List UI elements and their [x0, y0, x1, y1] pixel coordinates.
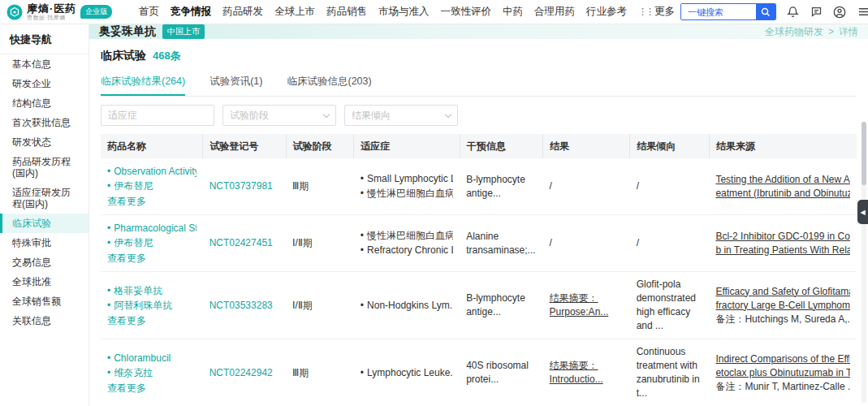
source-title-link[interactable]: Testing the Addition of a New Anti-c...: [715, 173, 850, 187]
source-note: 备注：Munir T, Martinez-Calle ...|文...: [715, 380, 850, 394]
drug-link[interactable]: 维奈克拉: [114, 366, 153, 380]
bullet-icon: •: [107, 165, 110, 179]
sidebar-item[interactable]: 特殊审批: [0, 233, 89, 253]
collapse-panel-handle[interactable]: ◀: [857, 200, 868, 224]
view-more-link[interactable]: 查看更多: [107, 195, 146, 209]
filter-select[interactable]: 试验阶段: [222, 105, 336, 126]
result-summary-link[interactable]: 结果摘要：Introductio...: [550, 360, 603, 385]
sidebar-item[interactable]: 结构信息: [0, 93, 89, 113]
source-title-link[interactable]: Bcl-2 Inhibitor GDC-0199 in Combina...: [715, 230, 850, 244]
indication-line: •Lymphocytic Leuke...: [361, 366, 453, 380]
nav-item[interactable]: 药品销售: [326, 5, 367, 19]
sidebar-item[interactable]: 首次获批信息: [0, 113, 89, 132]
tab[interactable]: 临床试验结果(264): [101, 68, 185, 96]
drug-link[interactable]: 伊布替尼: [114, 179, 153, 193]
nav-item[interactable]: 市场与准入: [378, 5, 430, 19]
bullet-icon: •: [107, 222, 110, 235]
view-more-link[interactable]: 查看更多: [107, 314, 146, 328]
bullet-icon: •: [361, 172, 364, 186]
trial-registry-link[interactable]: NCT03737981: [209, 180, 273, 192]
tendency-text: /: [637, 180, 639, 192]
nav-item[interactable]: 首页: [139, 5, 159, 19]
drug-line: •Observation Activity: [107, 165, 196, 179]
search-button[interactable]: [756, 3, 775, 20]
column-header: 适应症: [354, 134, 460, 158]
trial-registry-link[interactable]: NCT02242942: [209, 367, 273, 378]
sidebar-item[interactable]: 基本信息: [0, 54, 89, 74]
source-title-link[interactable]: b in Treating Patients With Relapsed...: [715, 244, 850, 257]
logo[interactable]: 摩熵·医药 查数据·找摩熵 企业版: [6, 3, 128, 20]
nav-item[interactable]: 药品研发: [222, 5, 263, 19]
sidebar-item[interactable]: 研发状态: [0, 132, 89, 152]
sidebar-title: 快捷导航: [0, 24, 89, 54]
vertical-scrollbar[interactable]: [862, 122, 866, 403]
sidebar-item[interactable]: 适应症研发历程(国内): [0, 183, 89, 214]
source-title-link[interactable]: Indirect Comparisons of the Efficacy a..…: [715, 352, 850, 366]
nav-item-label: 更多: [654, 5, 675, 19]
drug-link[interactable]: Chlorambucil: [114, 352, 171, 365]
nav-item[interactable]: 中药: [503, 5, 523, 19]
trial-registry-link[interactable]: NCT02427451: [209, 237, 273, 248]
notifications-button[interactable]: [785, 5, 800, 19]
apps-menu-button[interactable]: [856, 5, 868, 19]
nav-item-label: 药品销售: [326, 5, 367, 19]
cell-registry-no: NCT02242942: [203, 339, 286, 406]
nav-item-label: 合理用药: [534, 5, 575, 19]
table-row: •Observation Activity•伊布替尼查看更多NCT0373798…: [101, 158, 857, 215]
drug-link[interactable]: Observation Activity: [114, 165, 196, 179]
view-more-link[interactable]: 查看更多: [107, 382, 146, 395]
topnav-menu: 首页竞争情报药品研发全球上市药品销售市场与准入一致性评价中药合理用药行业参考⋮⋮…: [133, 5, 680, 19]
table-row: •Chlorambucil•维奈克拉查看更多NCT02242942Ⅲ期•Lymp…: [101, 339, 857, 406]
sidebar-item[interactable]: 全球销售额: [0, 292, 89, 311]
trial-registry-link[interactable]: NCT03533283: [209, 300, 273, 311]
nav-item-label: 市场与准入: [378, 5, 430, 19]
nav-item[interactable]: 一致性评价: [441, 5, 492, 19]
sidebar-item[interactable]: 临床试验: [0, 214, 89, 233]
view-more-link[interactable]: 查看更多: [107, 252, 146, 266]
tab[interactable]: 临床试验信息(203): [287, 68, 371, 96]
cell-result-source: Efficacy and Safety of Glofitamab Plu...…: [709, 272, 857, 339]
source-title-link[interactable]: fractory Large B-Cell Lymphoma Inclu...: [715, 299, 850, 313]
bullet-icon: •: [107, 284, 110, 298]
account-button[interactable]: [832, 5, 847, 19]
sidebar-item[interactable]: 关联信息: [0, 311, 89, 330]
drug-link[interactable]: 阿替利珠单抗: [114, 299, 172, 313]
cell-result: 结果摘要：Purpose:An...: [543, 272, 630, 339]
tab[interactable]: 试验资讯(1): [209, 68, 262, 96]
breadcrumb-parent-link[interactable]: 全球药物研发: [765, 25, 823, 39]
sidebar-item[interactable]: 全球批准: [0, 272, 89, 292]
main-content: 奥妥珠单抗 中国上市 全球药物研发 > 详情 临床试验 468条 临床试验结果(…: [89, 24, 868, 406]
drug-link[interactable]: 格菲妥单抗: [114, 284, 162, 298]
indication-line: •Refractory Chronic L...: [361, 244, 453, 257]
nav-item[interactable]: 行业参考: [586, 5, 627, 19]
cell-result-source: Bcl-2 Inhibitor GDC-0199 in Combina...b …: [709, 215, 857, 272]
messages-button[interactable]: [809, 5, 823, 19]
sidebar: 快捷导航 基本信息研发企业结构信息首次获批信息研发状态药品研发历程(国内)适应症…: [0, 24, 89, 406]
bullet-icon: •: [361, 299, 364, 313]
search-icon: [761, 7, 771, 17]
tendency-text: Glofit-pola demonstrated high efficacy a…: [637, 279, 696, 331]
nav-item[interactable]: ⋮⋮更多: [638, 5, 675, 19]
sidebar-item[interactable]: 交易信息: [0, 253, 89, 272]
nav-item[interactable]: 合理用药: [534, 5, 575, 19]
sidebar-item[interactable]: 药品研发历程(国内): [0, 152, 89, 183]
result-summary-link[interactable]: 结果摘要：Purpose:An...: [550, 292, 609, 317]
chat-icon: [810, 6, 823, 18]
drug-link[interactable]: 伊布替尼: [114, 236, 153, 250]
global-search[interactable]: [680, 3, 776, 20]
filter-input[interactable]: [101, 105, 214, 126]
drug-link[interactable]: Pharmacological Stu...: [114, 222, 196, 235]
filter-select[interactable]: 结果倾向: [344, 105, 458, 126]
sidebar-item[interactable]: 研发企业: [0, 74, 89, 93]
scrollbar-thumb[interactable]: [862, 122, 866, 185]
source-title-link[interactable]: eatment (Ibrutinib and Obinutuzuma...: [715, 187, 850, 201]
search-input[interactable]: [681, 4, 756, 19]
nav-item[interactable]: 全球上市: [274, 5, 315, 19]
cell-indications: •Non-Hodgkins Lym...: [354, 272, 460, 339]
logo-icon: [6, 4, 23, 20]
source-title-link[interactable]: etoclax plus Obinutuzumab in Treatm...: [715, 366, 850, 380]
source-title-link[interactable]: Efficacy and Safety of Glofitamab Plu...: [715, 285, 850, 299]
note-text: 备注：Hutchings M, Sureda A,...: [715, 313, 850, 325]
nav-item[interactable]: 竞争情报: [171, 5, 211, 19]
cell-indications: •Small Lymphocytic L...•慢性淋巴细胞白血病: [354, 158, 460, 215]
